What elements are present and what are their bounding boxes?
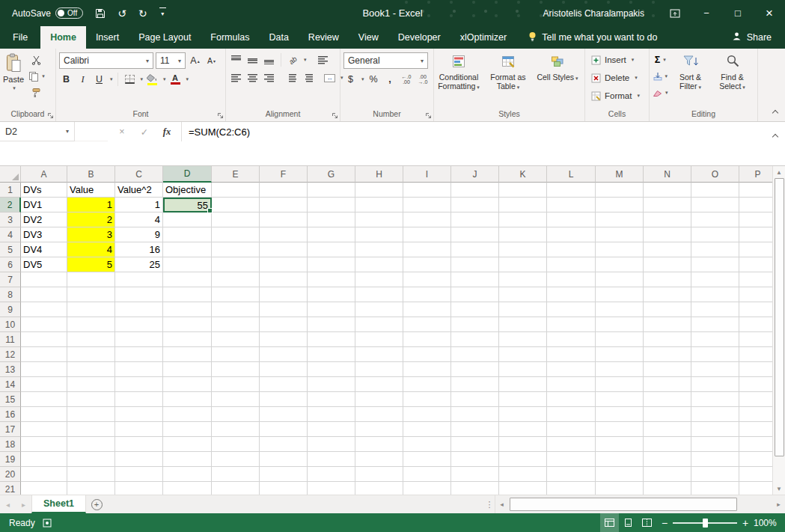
- font-name-dropdown-arrow[interactable]: ▾: [146, 58, 149, 64]
- user-name[interactable]: Aristotelis Charalampakis: [543, 8, 644, 19]
- middle-align-button[interactable]: [245, 52, 260, 67]
- cell-F5[interactable]: [260, 242, 308, 257]
- cell-D19[interactable]: [163, 452, 212, 467]
- cell-C6[interactable]: 25: [115, 257, 163, 272]
- cell-H9[interactable]: [355, 302, 403, 317]
- cell-E15[interactable]: [212, 392, 260, 407]
- cell-G13[interactable]: [308, 362, 355, 377]
- cell-L14[interactable]: [547, 377, 596, 392]
- cell-F9[interactable]: [260, 302, 308, 317]
- cell-M5[interactable]: [596, 242, 644, 257]
- cell-L5[interactable]: [547, 242, 596, 257]
- cell-H4[interactable]: [355, 227, 403, 242]
- cell-I10[interactable]: [403, 317, 451, 332]
- cell-L7[interactable]: [547, 272, 596, 287]
- cell-N1[interactable]: [644, 183, 691, 198]
- cell-K6[interactable]: [499, 257, 547, 272]
- borders-button[interactable]: [123, 72, 137, 87]
- cell-M13[interactable]: [596, 362, 644, 377]
- zoom-out-button[interactable]: −: [656, 517, 673, 529]
- cell-J12[interactable]: [451, 347, 499, 362]
- cell-P4[interactable]: [739, 227, 772, 242]
- cell-E5[interactable]: [212, 242, 260, 257]
- cell-F8[interactable]: [260, 287, 308, 302]
- cell-H12[interactable]: [355, 347, 403, 362]
- number-format-combobox[interactable]: General▾: [343, 52, 428, 69]
- cell-E6[interactable]: [212, 257, 260, 272]
- cell-M8[interactable]: [596, 287, 644, 302]
- cell-M18[interactable]: [596, 437, 644, 452]
- cell-D3[interactable]: [163, 213, 212, 227]
- cell-P1[interactable]: [739, 183, 772, 198]
- cell-G20[interactable]: [308, 467, 355, 482]
- cell-N15[interactable]: [644, 392, 691, 407]
- cell-H5[interactable]: [355, 242, 403, 257]
- cell-K4[interactable]: [499, 227, 547, 242]
- cell-N8[interactable]: [644, 287, 691, 302]
- cell-D15[interactable]: [163, 392, 212, 407]
- cell-I8[interactable]: [403, 287, 451, 302]
- cell-P13[interactable]: [739, 362, 772, 377]
- cell-K12[interactable]: [499, 347, 547, 362]
- cell-M21[interactable]: [596, 482, 644, 495]
- sheet-tab-sheet1[interactable]: Sheet1: [31, 495, 86, 513]
- cell-G11[interactable]: [308, 332, 355, 347]
- top-align-button[interactable]: [229, 52, 243, 67]
- cell-O19[interactable]: [691, 452, 739, 467]
- page-break-view-button[interactable]: [638, 513, 656, 532]
- row-header-7[interactable]: 7: [0, 272, 21, 287]
- align-right-button[interactable]: [262, 70, 276, 85]
- row-header-13[interactable]: 13: [0, 362, 21, 377]
- cell-O17[interactable]: [691, 422, 739, 437]
- number-dialog-launcher[interactable]: [425, 112, 432, 119]
- cell-B21[interactable]: [67, 482, 115, 495]
- minimize-button[interactable]: −: [691, 0, 722, 26]
- cell-F7[interactable]: [260, 272, 308, 287]
- cell-E11[interactable]: [212, 332, 260, 347]
- cell-E18[interactable]: [212, 437, 260, 452]
- cell-N9[interactable]: [644, 302, 691, 317]
- cell-H17[interactable]: [355, 422, 403, 437]
- cell-I16[interactable]: [403, 407, 451, 422]
- cell-C13[interactable]: [115, 362, 163, 377]
- cell-A7[interactable]: [21, 272, 67, 287]
- cell-B11[interactable]: [67, 332, 115, 347]
- cell-K2[interactable]: [499, 198, 547, 213]
- cell-E17[interactable]: [212, 422, 260, 437]
- cell-L17[interactable]: [547, 422, 596, 437]
- cell-B3[interactable]: 2: [67, 213, 115, 227]
- horizontal-scrollbar-thumb[interactable]: [510, 498, 737, 511]
- cell-G19[interactable]: [308, 452, 355, 467]
- font-name-combobox[interactable]: Calibri▾: [59, 52, 153, 69]
- cell-B6[interactable]: 5: [67, 257, 115, 272]
- cell-I17[interactable]: [403, 422, 451, 437]
- cell-J10[interactable]: [451, 317, 499, 332]
- cell-F6[interactable]: [260, 257, 308, 272]
- clipboard-dialog-launcher[interactable]: [47, 112, 54, 119]
- cell-J6[interactable]: [451, 257, 499, 272]
- cell-L4[interactable]: [547, 227, 596, 242]
- cell-E20[interactable]: [212, 467, 260, 482]
- cell-J3[interactable]: [451, 213, 499, 227]
- increase-indent-button[interactable]: [302, 70, 316, 85]
- cell-E8[interactable]: [212, 287, 260, 302]
- fill-color-button[interactable]: [145, 72, 159, 87]
- cell-L11[interactable]: [547, 332, 596, 347]
- cell-L21[interactable]: [547, 482, 596, 495]
- cell-E13[interactable]: [212, 362, 260, 377]
- horizontal-scrollbar[interactable]: ◂ ▸: [495, 495, 785, 513]
- cell-L20[interactable]: [547, 467, 596, 482]
- cell-J5[interactable]: [451, 242, 499, 257]
- cell-E9[interactable]: [212, 302, 260, 317]
- cell-M4[interactable]: [596, 227, 644, 242]
- tab-developer[interactable]: Developer: [388, 26, 450, 49]
- cell-C7[interactable]: [115, 272, 163, 287]
- zoom-slider-thumb[interactable]: [703, 519, 708, 528]
- bottom-align-button[interactable]: [262, 52, 276, 67]
- cell-A13[interactable]: [21, 362, 67, 377]
- row-header-5[interactable]: 5: [0, 242, 21, 257]
- font-color-dropdown-arrow[interactable]: ▾: [186, 76, 189, 82]
- paste-button[interactable]: Paste▾: [0, 49, 27, 108]
- cell-B1[interactable]: Value: [67, 183, 115, 198]
- cell-M11[interactable]: [596, 332, 644, 347]
